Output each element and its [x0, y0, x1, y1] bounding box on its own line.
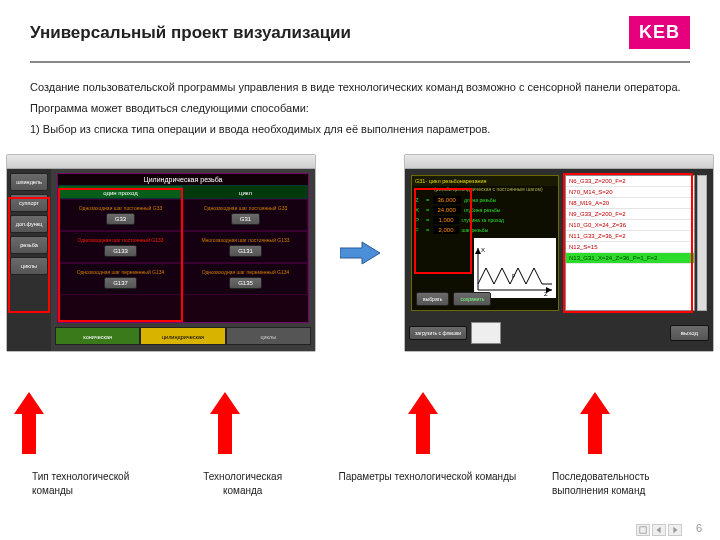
- intro-paragraph-1: Создание пользовательской программы упра…: [30, 77, 690, 98]
- param-desc: глубина резьбы: [464, 207, 501, 213]
- tab-cylindrical[interactable]: цилиндрическая: [140, 327, 225, 345]
- gcode-button-g33[interactable]: G33: [106, 213, 135, 225]
- param-value-input[interactable]: 24,000: [433, 206, 461, 214]
- callout-arrow-2: [210, 392, 240, 458]
- g31-panel-title: G31- цикл резьбонарезания: [412, 176, 558, 186]
- sidebar-item-spindle[interactable]: шпиндель: [10, 173, 48, 191]
- scrollbar[interactable]: [697, 175, 707, 311]
- cell-g135-right[interactable]: Однозаходная шаг переменный G134 G135: [183, 263, 308, 295]
- nav-next-button[interactable]: [668, 524, 682, 536]
- svg-marker-11: [408, 392, 438, 454]
- cell-label: Многозаходная шаг постоянный G133: [201, 237, 289, 243]
- cell-g31-right[interactable]: Однозаходная шаг постоянный G33 G31: [183, 199, 308, 231]
- param-row-f: F= 2,000 шаг резьбы: [415, 226, 555, 234]
- cell-g33-left[interactable]: Однозаходная шаг постоянный G33 G33: [58, 199, 183, 231]
- code-line-selected[interactable]: N13_G31_X=24_Z=36_P=1_F=2: [566, 253, 694, 264]
- cell-label: Однозаходная шаг переменный G134: [77, 269, 165, 275]
- param-letter: Z: [415, 197, 423, 203]
- svg-text:Z: Z: [544, 291, 548, 297]
- header-divider: [30, 61, 690, 63]
- thread-panel: Цилиндрическая резьба один проход цикл О…: [57, 173, 309, 323]
- cell-g131-right[interactable]: Многозаходная шаг постоянный G133 G131: [183, 231, 308, 263]
- screenshot-right-window: G31- цикл резьбонарезания (резьба цилинд…: [404, 154, 714, 352]
- page-number: 6: [696, 522, 702, 534]
- param-letter: F: [415, 227, 423, 233]
- svg-marker-9: [14, 392, 44, 454]
- load-from-usb-button[interactable]: загрузить с флешки: [409, 326, 467, 340]
- cell-label: Однозаходная шаг переменный G134: [202, 269, 290, 275]
- sidebar-item-extra[interactable]: доп.функц: [10, 215, 48, 233]
- column-head-cycle: цикл: [183, 185, 308, 199]
- exit-button[interactable]: выход: [670, 325, 709, 341]
- param-value-input[interactable]: 1,000: [433, 216, 459, 224]
- param-letter: X: [415, 207, 423, 213]
- caption-sequence: Последовательность выполнения команд: [552, 470, 702, 497]
- nav-prev-button[interactable]: [652, 524, 666, 536]
- param-value-input[interactable]: 36,000: [433, 196, 461, 204]
- param-desc: глубина за проход: [462, 217, 504, 223]
- code-line[interactable]: N10_G0_X=24_Z=36: [566, 220, 694, 231]
- cell-g137-left[interactable]: Однозаходная шаг переменный G134 G137: [58, 263, 183, 295]
- cell-g133-left[interactable]: Однозаходная шаг постоянный G133 G133: [58, 231, 183, 263]
- gcode-button-g135[interactable]: G135: [229, 277, 262, 289]
- brand-logo: KEB: [629, 16, 690, 49]
- code-line[interactable]: N6_G33_Z=200_F=2: [566, 176, 694, 187]
- svg-marker-0: [340, 242, 380, 264]
- callout-arrow-4: [580, 392, 610, 458]
- column-head-single-pass: один проход: [58, 185, 183, 199]
- param-value-input[interactable]: 2,000: [433, 226, 459, 234]
- nav-home-button[interactable]: [636, 524, 650, 536]
- caption-command: Технологическая команда: [183, 470, 303, 497]
- svg-marker-15: [673, 527, 677, 533]
- code-line[interactable]: N70_M14_S=20: [566, 187, 694, 198]
- tab-cycles[interactable]: циклы: [226, 327, 311, 345]
- gcode-button-g137[interactable]: G137: [104, 277, 137, 289]
- param-desc: длина резьбы: [464, 197, 496, 203]
- gcode-button-g131[interactable]: G131: [229, 245, 262, 257]
- code-line[interactable]: N9_G33_Z=200_F=2: [566, 209, 694, 220]
- intro-paragraph-2: Программа может вводиться следующими спо…: [30, 98, 690, 119]
- svg-marker-12: [580, 392, 610, 454]
- page-title: Универсальный проект визуализации: [30, 23, 351, 43]
- sidebar-item-cycles[interactable]: циклы: [10, 257, 48, 275]
- g31-panel-subtitle: (резьба цилиндрическая с постоянным шаго…: [412, 186, 558, 194]
- code-line[interactable]: N11_G33_Z=36_F=2: [566, 231, 694, 242]
- svg-text:X: X: [481, 247, 485, 253]
- callout-arrow-1: [14, 392, 44, 458]
- svg-rect-13: [640, 527, 646, 533]
- select-button[interactable]: выбрать: [416, 292, 449, 306]
- svg-marker-10: [210, 392, 240, 454]
- keypad-icon[interactable]: [471, 322, 501, 344]
- save-button[interactable]: сохранить: [453, 292, 491, 306]
- thread-diagram: Z X P: [474, 238, 556, 298]
- caption-parameters: Параметры технологической команды: [337, 470, 517, 497]
- g31-params-panel: G31- цикл резьбонарезания (резьба цилинд…: [411, 175, 559, 311]
- svg-marker-14: [657, 527, 661, 533]
- sidebar-item-support[interactable]: суппорт: [10, 194, 48, 212]
- code-line[interactable]: N8_M19_A=20: [566, 198, 694, 209]
- gcode-button-g31[interactable]: G31: [231, 213, 260, 225]
- intro-paragraph-3: 1) Выбор из списка типа операции и ввода…: [30, 119, 690, 140]
- program-code-list[interactable]: N6_G33_Z=200_F=2 N70_M14_S=20 N8_M19_A=2…: [565, 175, 695, 311]
- code-line[interactable]: N12_S=15: [566, 242, 694, 253]
- param-row-p: P= 1,000 глубина за проход: [415, 216, 555, 224]
- command-type-sidebar: шпиндель суппорт доп.функц резьба циклы: [7, 169, 51, 351]
- cell-label: Однозаходная шаг постоянный G33: [79, 205, 162, 211]
- screenshot-left-window: шпиндель суппорт доп.функц резьба циклы …: [6, 154, 316, 352]
- window-titlebar: [405, 155, 713, 169]
- callout-arrow-3: [408, 392, 438, 458]
- param-row-z: Z= 36,000 длина резьбы: [415, 196, 555, 204]
- caption-command-type: Тип технологической команды: [18, 470, 148, 497]
- param-desc: шаг резьбы: [462, 227, 489, 233]
- cell-label: Однозаходная шаг постоянный G133: [77, 237, 163, 243]
- tab-conical[interactable]: коническая: [55, 327, 140, 345]
- gcode-button-g133[interactable]: G133: [104, 245, 137, 257]
- param-letter: P: [415, 217, 423, 223]
- window-titlebar: [7, 155, 315, 169]
- flow-arrow-icon: [339, 240, 381, 266]
- cell-label: Однозаходная шаг постоянный G33: [204, 205, 287, 211]
- thread-panel-title: Цилиндрическая резьба: [58, 174, 308, 185]
- param-row-x: X= 24,000 глубина резьбы: [415, 206, 555, 214]
- sidebar-item-thread[interactable]: резьба: [10, 236, 48, 254]
